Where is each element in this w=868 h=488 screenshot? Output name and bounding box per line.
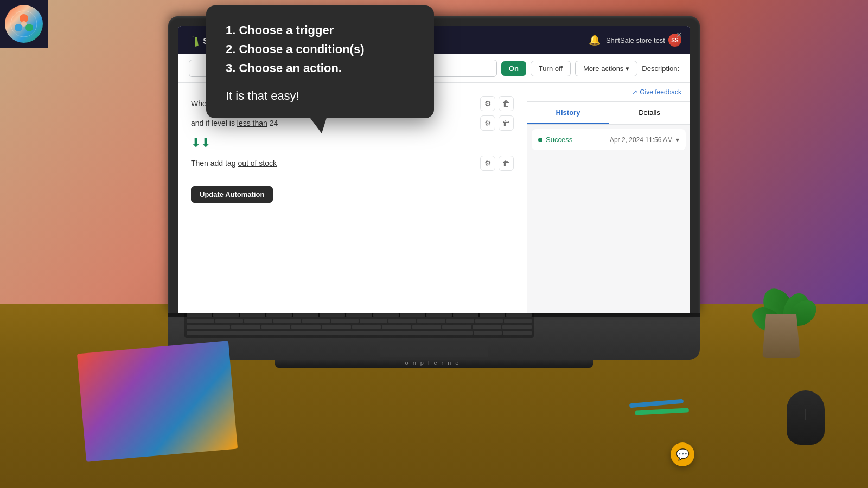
close-button[interactable]: ✕ — [676, 30, 682, 39]
pencil-2 — [635, 408, 689, 415]
trigger-actions: ⚙ 🗑 — [480, 96, 514, 111]
trigger-delete-btn[interactable]: 🗑 — [499, 96, 514, 111]
history-panel: ↗ Give feedback History Details — [527, 83, 690, 313]
history-date: Apr 2, 2024 11:56 AM — [610, 136, 673, 144]
svg-point-2 — [15, 24, 22, 31]
notebook — [77, 341, 238, 462]
success-dot — [538, 138, 542, 142]
bell-icon[interactable]: 🔔 — [589, 34, 601, 46]
condition-settings-btn[interactable]: ⚙ — [480, 115, 495, 131]
condition-value-inner: 24 — [270, 119, 278, 127]
amos-logo — [0, 0, 48, 48]
tooltip-item-1: 1. Choose a trigger — [226, 21, 414, 40]
trash-icon-2: 🗑 — [502, 119, 510, 127]
tooltip-item-2: 2. Choose a condition(s) — [226, 40, 414, 59]
tooltip-item-3: 3. Choose an action. — [226, 59, 414, 78]
condition-delete-btn[interactable]: 🗑 — [499, 115, 514, 131]
tooltip-callout: 1. Choose a trigger 2. Choose a conditio… — [206, 5, 434, 118]
svg-point-4 — [21, 21, 27, 27]
flow-arrow: ⬇⬇ — [191, 136, 514, 150]
tooltip-list: 1. Choose a trigger 2. Choose a conditio… — [226, 21, 414, 78]
plant-decoration — [749, 260, 814, 358]
tab-details[interactable]: Details — [609, 102, 690, 124]
condition-link-inner[interactable]: less than — [237, 119, 267, 127]
condition-text: and if level is less than 24 — [191, 119, 278, 127]
action-text: Then add tag out of stock — [191, 159, 277, 168]
action-link-inner[interactable]: out of stock — [238, 159, 277, 168]
update-automation-button[interactable]: Update Automation — [191, 186, 273, 203]
pencils — [629, 401, 694, 423]
header-right: 🔔 ShiftSale store test SS — [589, 34, 681, 47]
trackpad — [380, 341, 488, 357]
share-icon: ↗ — [632, 88, 637, 96]
trash-icon: 🗑 — [502, 99, 510, 108]
on-button[interactable]: On — [501, 61, 526, 76]
history-item: Success Apr 2, 2024 11:56 AM ▾ — [532, 129, 686, 150]
trigger-settings-btn[interactable]: ⚙ — [480, 96, 495, 111]
action-settings-btn[interactable]: ⚙ — [480, 156, 495, 171]
tooltip-tagline: It is that easy! — [226, 89, 414, 103]
description-label: Description: — [642, 65, 679, 73]
give-feedback-button[interactable]: ↗ Give feedback — [632, 88, 681, 96]
laptop-brand-label: onplerne — [184, 359, 684, 366]
history-tabs: History Details — [527, 102, 690, 125]
tab-history[interactable]: History — [527, 102, 609, 124]
chevron-down-icon: ▾ — [626, 65, 629, 73]
store-name: ShiftSale store test — [606, 36, 665, 44]
condition-actions: ⚙ 🗑 — [480, 115, 514, 131]
plant-pot — [762, 314, 800, 358]
gear-icon-3: ⚙ — [484, 159, 492, 168]
feedback-bar: ↗ Give feedback — [527, 83, 690, 102]
gear-icon: ⚙ — [484, 99, 492, 108]
action-actions: ⚙ 🗑 — [480, 156, 514, 171]
chat-icon: 💬 — [676, 448, 690, 461]
success-badge: Success — [538, 136, 572, 144]
mouse — [787, 390, 825, 445]
expand-icon[interactable]: ▾ — [676, 136, 679, 144]
action-row: Then add tag out of stock ⚙ 🗑 — [191, 156, 514, 171]
amos-logo-inner — [5, 5, 43, 43]
trash-icon-3: 🗑 — [502, 159, 510, 168]
mouse-divider — [806, 409, 806, 420]
svg-point-3 — [25, 24, 33, 31]
more-actions-button[interactable]: More actions ▾ — [575, 61, 637, 76]
store-badge: ShiftSale store test SS — [606, 34, 681, 47]
success-text: Success — [546, 136, 572, 144]
keyboard — [184, 311, 534, 338]
chat-fab-button[interactable]: 💬 — [671, 442, 694, 466]
gear-icon-2: ⚙ — [484, 119, 492, 127]
keyboard-area: onplerne — [168, 317, 700, 360]
action-delete-btn[interactable]: 🗑 — [499, 156, 514, 171]
turn-off-button[interactable]: Turn off — [531, 61, 571, 76]
